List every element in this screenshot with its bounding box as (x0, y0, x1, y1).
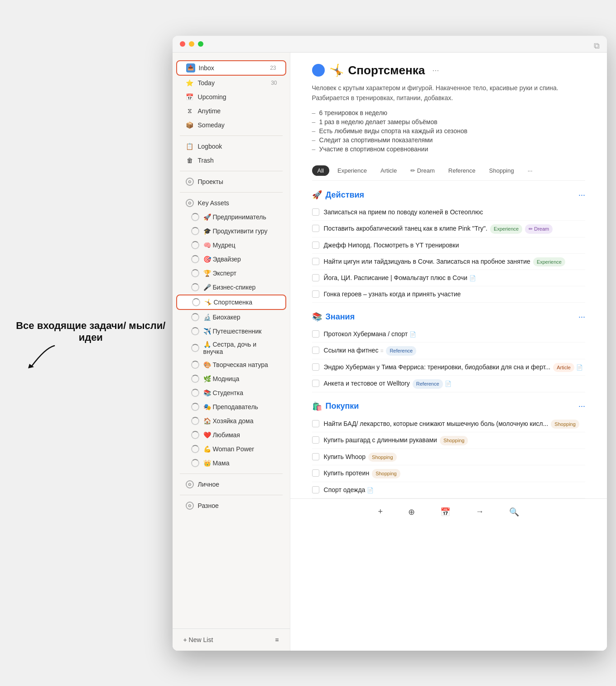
sidebar-item-asset-любимая[interactable]: ❤️ Любимая (176, 428, 286, 442)
minimize-button[interactable] (189, 41, 194, 47)
project-title: Спортсменка (348, 63, 425, 77)
sidebar-item-asset-бизнес-спикер[interactable]: 🎤 Бизнес-спикер (176, 280, 286, 294)
asset-label: 🎤 Бизнес-спикер (203, 284, 277, 291)
sidebar-item-asset-биохакер[interactable]: 🔬 Биохакер (176, 310, 286, 324)
task-tag: Article (553, 363, 574, 372)
sections-container: 🚀 Действия ··· Записаться на прием по по… (290, 190, 607, 498)
sidebar-item-someday[interactable]: 📦 Someday (176, 118, 286, 132)
asset-icon (191, 227, 200, 236)
filter-tab-all[interactable]: All (312, 165, 329, 176)
close-button[interactable] (180, 41, 185, 47)
asset-icon (191, 343, 200, 353)
section-more-button[interactable]: ··· (578, 312, 585, 322)
someday-label: Someday (198, 121, 277, 129)
sidebar-item-asset-путешественник[interactable]: ✈️ Путешественник (176, 324, 286, 338)
task-checkbox[interactable] (312, 208, 319, 216)
sidebar-item-today[interactable]: ⭐ Today 30 (176, 76, 286, 90)
task-text: Поставить акробатический танец как в кли… (324, 224, 585, 234)
task-item: Купить рашгард с длинными рукавамиShoppi… (312, 432, 585, 449)
project-more-button[interactable]: ··· (429, 65, 442, 76)
task-text: Купить протеинShopping (324, 469, 585, 478)
sidebar-item-key-assets[interactable]: ⊙ Key Assets (176, 196, 286, 210)
filter-tab-experience[interactable]: Experience (332, 165, 372, 176)
asset-icon (191, 213, 200, 222)
asset-icon (191, 269, 200, 278)
key-assets-icon: ⊙ (185, 198, 194, 208)
sidebar-item-inbox[interactable]: 📥 Inbox 23 (176, 60, 286, 76)
filter-button[interactable]: ≡ (271, 634, 282, 645)
task-checkbox[interactable] (312, 347, 319, 354)
sidebar-item-asset-мудрец[interactable]: 🧠 Мудрец (176, 238, 286, 252)
sidebar-item-asset-хозяйка-дома[interactable]: 🏠 Хозяйка дома (176, 414, 286, 428)
filter-tab-dream[interactable]: ✏ Dream (405, 165, 440, 176)
asset-label: 🎓 Продуктивити гуру (203, 227, 277, 235)
trash-icon: 🗑 (185, 156, 194, 165)
filter-tab-article[interactable]: Article (375, 165, 402, 176)
asset-label: 🚀 Предприниматель (203, 213, 277, 221)
sidebar-item-asset-woman-power[interactable]: 💪 Woman Power (176, 442, 286, 456)
task-checkbox[interactable] (312, 363, 319, 371)
calendar-button[interactable]: 📅 (437, 505, 454, 519)
task-item: Йога, ЦИ. Расписание | Фомальгаут плюс в… (312, 270, 585, 286)
project-bullet: 1 раз в неделю делает замеры объёмов (312, 117, 585, 126)
sidebar-item-asset-предприниматель[interactable]: 🚀 Предприниматель (176, 210, 286, 224)
task-checkbox[interactable] (312, 290, 319, 298)
section-more-button[interactable]: ··· (578, 190, 585, 200)
task-tag: Shopping (440, 436, 468, 445)
task-checkbox[interactable] (312, 453, 319, 460)
search-button[interactable]: 🔍 (505, 505, 523, 519)
sidebar-item-asset-мама[interactable]: 👑 Мама (176, 456, 286, 470)
task-checkbox[interactable] (312, 258, 319, 265)
sidebar-item-personal[interactable]: ⊙ Личное (176, 478, 286, 491)
sidebar-item-asset-сестра,-дочь-и-внучка[interactable]: 🙏 Сестра, дочь и внучка (176, 338, 286, 357)
task-checkbox[interactable] (312, 469, 319, 477)
checkin-button[interactable]: ⊕ (404, 505, 419, 519)
sidebar-item-asset-творческая-натура[interactable]: 🎨 Творческая натура (176, 358, 286, 372)
sidebar-item-asset-продуктивити-гуру[interactable]: 🎓 Продуктивити гуру (176, 224, 286, 238)
key-assets-label: Key Assets (198, 199, 277, 207)
asset-label: 🏠 Хозяйка дома (203, 417, 277, 425)
add-button[interactable]: + (375, 505, 387, 518)
task-checkbox[interactable] (312, 242, 319, 249)
move-button[interactable]: → (472, 505, 487, 518)
sidebar-item-projects[interactable]: ⊙ Проекты (176, 175, 286, 188)
new-list-button[interactable]: + New List (180, 634, 217, 645)
sidebar-item-asset-спортсменка[interactable]: 🤸 Спортсменка (176, 295, 286, 310)
bottom-toolbar: + ⊕ 📅 → 🔍 (290, 498, 607, 525)
sidebar-item-anytime[interactable]: ⧖ Anytime (176, 104, 286, 118)
task-checkbox[interactable] (312, 380, 319, 387)
filter-tab-reference[interactable]: Reference (443, 165, 481, 176)
sidebar-item-misc[interactable]: ⊙ Разное (176, 499, 286, 512)
task-checkbox[interactable] (312, 274, 319, 281)
task-item: Купить протеинShopping (312, 465, 585, 482)
filter-tab-[interactable]: ··· (522, 165, 538, 176)
task-item: Протокол Хубермана / спорт📄 (312, 326, 585, 343)
sidebar-item-asset-преподаватель[interactable]: 🎭 Преподаватель (176, 400, 286, 414)
asset-icon (192, 298, 201, 307)
task-checkbox[interactable] (312, 330, 319, 338)
doc-icon: 📄 (576, 364, 583, 371)
doc-icon: 📄 (445, 381, 452, 387)
asset-icon (191, 444, 200, 454)
task-checkbox[interactable] (312, 486, 319, 493)
sidebar-item-asset-эксперт[interactable]: 🏆 Эксперт (176, 266, 286, 280)
sidebar-item-asset-студентка[interactable]: 📚 Студентка (176, 386, 286, 400)
task-text: Найти БАД/ лекарство, которые снижают мы… (324, 419, 585, 429)
list-icon: ≡ (380, 348, 383, 354)
sidebar-item-upcoming[interactable]: 📅 Upcoming (176, 90, 286, 104)
filter-tab-shopping[interactable]: Shopping (484, 165, 520, 176)
asset-icon (191, 313, 200, 322)
sidebar-item-asset-модница[interactable]: 🌿 Модница (176, 372, 286, 386)
asset-label: 🙏 Сестра, дочь и внучка (203, 341, 277, 355)
sidebar-item-logbook[interactable]: 📋 Logbook (176, 140, 286, 153)
task-item: Найти цигун или тайдзицуань в Сочи. Запи… (312, 254, 585, 271)
section-more-button[interactable]: ··· (578, 401, 585, 411)
sidebar-footer: + New List ≡ (173, 628, 290, 651)
sidebar-item-asset-эдвайзер[interactable]: 🎯 Эдвайзер (176, 252, 286, 266)
sidebar-item-trash[interactable]: 🗑 Trash (176, 154, 286, 167)
task-item: Записаться на прием по поводу коленей в … (312, 204, 585, 221)
task-checkbox[interactable] (312, 436, 319, 444)
task-checkbox[interactable] (312, 225, 319, 232)
maximize-button[interactable] (198, 41, 203, 47)
task-checkbox[interactable] (312, 420, 319, 427)
